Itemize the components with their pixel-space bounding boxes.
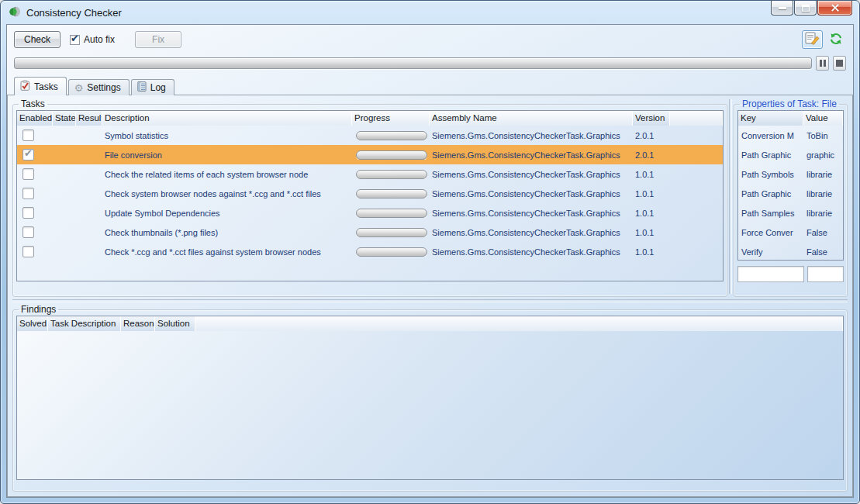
task-version: 2.0.1 [633,150,670,160]
task-row[interactable]: ✔ File conversion Siemens.Gms.Consistenc… [17,145,723,164]
tab-label: Tasks [34,81,58,92]
maximize-button[interactable] [794,1,817,16]
task-progress-bar [356,209,427,218]
refresh-button[interactable] [825,30,846,49]
tab-strip: Tasks ⚙ Settings Log [7,71,853,95]
task-version: 1.0.1 [633,189,670,198]
task-description: Update Symbol Dependencies [102,209,352,218]
column-header-progress[interactable]: Progress [352,111,430,126]
column-header-reason[interactable]: Reason [121,316,155,331]
property-row[interactable]: Conversion M ToBin [738,126,843,145]
task-description: Symbol statistics [102,131,352,140]
column-header-description[interactable]: Description [102,111,352,126]
property-value: librarie [803,189,843,198]
maximize-icon [802,5,810,12]
horizontal-splitter[interactable] [12,297,848,304]
stop-button[interactable] [833,56,846,71]
properties-toolbar-button[interactable] [802,30,823,49]
task-enabled-checkbox[interactable] [22,168,34,180]
property-key: Force Conver [738,228,803,237]
app-icon [9,5,21,20]
task-description: Check *.ccg and *.cct files against syst… [102,247,352,257]
task-row[interactable]: Symbol statistics Siemens.Gms.Consistenc… [17,126,723,145]
findings-table: Solved Task Description Reason Solution [16,316,844,480]
task-progress-bar [356,131,427,140]
task-enabled-checkbox[interactable] [22,129,34,141]
column-header-assembly[interactable]: Assembly Name [430,111,633,126]
close-button[interactable] [817,1,852,16]
task-version: 1.0.1 [633,228,670,237]
task-assembly: Siemens.Gms.ConsistencyCheckerTask.Graph… [430,189,633,198]
column-header-state[interactable]: State [53,111,76,126]
refresh-icon [830,33,842,47]
tab-label: Settings [87,82,120,93]
property-row[interactable]: Force Conver False [738,223,843,242]
window-title: Consistency Checker [26,7,122,19]
task-enabled-checkbox[interactable]: ✔ [22,149,34,161]
task-enabled-checkbox[interactable] [22,226,34,238]
titlebar[interactable]: Consistency Checker [1,1,859,24]
property-value-input[interactable] [807,266,844,282]
check-button[interactable]: Check [14,31,60,48]
task-row[interactable]: Check system browser nodes against *.ccg… [17,184,723,203]
column-header-task-description[interactable]: Task Description [48,316,121,331]
autofix-checkbox-box[interactable]: ✔ [70,35,80,45]
properties-group-title: Properties of Task: File [740,98,839,109]
task-row[interactable]: Check thumbnails (*.png files) Siemens.G… [17,223,723,242]
minimize-button[interactable] [771,1,793,16]
task-version: 1.0.1 [633,209,670,218]
task-version: 1.0.1 [633,170,670,179]
task-row[interactable]: Check *.ccg and *.cct files against syst… [17,242,723,261]
tab-label: Log [150,82,166,93]
pause-button[interactable] [816,56,829,71]
task-version: 2.0.1 [633,131,670,140]
column-header-result[interactable]: Result [76,111,102,126]
property-row[interactable]: Path Graphic librarie [738,184,843,203]
client-area: Check ✔ Auto fix Fix [6,24,854,498]
column-header-version[interactable]: Version [633,111,670,126]
overall-progress-bar [14,57,812,69]
task-enabled-checkbox[interactable] [22,246,34,257]
column-header-key[interactable]: Key [738,111,803,126]
task-enabled-checkbox[interactable] [22,207,34,219]
log-icon [137,81,147,94]
property-value: False [803,228,843,237]
check-icon: ✔ [71,33,79,44]
tab-log[interactable]: Log [131,79,174,95]
fix-button[interactable]: Fix [135,31,181,48]
vertical-splitter[interactable] [727,98,734,297]
column-header-enabled[interactable]: Enabled [17,111,53,126]
task-description: Check the related items of each system b… [102,170,352,179]
tab-settings[interactable]: ⚙ Settings [68,79,130,95]
tasks-table-header: Enabled State Result Description Progres… [17,111,723,126]
property-row[interactable]: Path Graphic graphic [738,145,843,164]
column-header-solution[interactable]: Solution [155,316,195,331]
property-key-input[interactable] [737,266,804,282]
minimize-icon [779,7,786,9]
task-assembly: Siemens.Gms.ConsistencyCheckerTask.Graph… [430,228,633,237]
autofix-checkbox[interactable]: ✔ Auto fix [70,34,115,45]
tab-tasks[interactable]: Tasks [14,77,67,95]
task-progress-bar [356,170,427,179]
property-row[interactable]: Verify False [738,242,843,261]
task-assembly: Siemens.Gms.ConsistencyCheckerTask.Graph… [430,131,633,140]
gear-icon: ⚙ [74,83,84,93]
progress-row [7,53,853,71]
property-key: Path Graphic [738,189,803,198]
column-header-filler [670,111,723,126]
property-value: False [803,247,843,257]
property-row[interactable]: Path Symbols librarie [738,164,843,184]
column-header-solved[interactable]: Solved [17,316,48,331]
properties-table: Key Value Conversion M ToBin Path Graphi… [737,110,844,261]
task-row[interactable]: Check the related items of each system b… [17,164,723,184]
task-row[interactable]: Update Symbol Dependencies Siemens.Gms.C… [17,203,723,223]
task-enabled-checkbox[interactable] [22,188,34,199]
task-progress-bar [356,189,427,198]
column-header-value[interactable]: Value [803,111,843,126]
findings-groupbox: Findings Solved Task Description Reason … [12,304,848,492]
tasks-groupbox: Tasks Enabled State Result Description P… [12,98,727,297]
property-key: Path Samples [738,209,803,218]
property-row[interactable]: Path Samples librarie [738,203,843,223]
autofix-label: Auto fix [84,34,115,45]
task-assembly: Siemens.Gms.ConsistencyCheckerTask.Graph… [430,247,633,257]
